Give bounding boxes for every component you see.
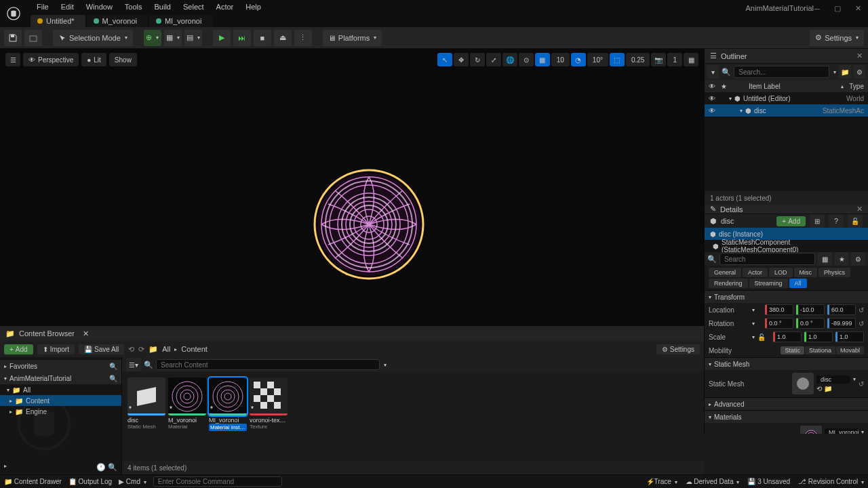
use-selected-icon[interactable]: ⟲ (816, 385, 822, 392)
rotation-x-input[interactable] (765, 318, 793, 329)
details-close[interactable]: ✕ (856, 205, 863, 214)
play-options-button[interactable]: ⋮ (294, 30, 312, 46)
scale-y-input[interactable] (804, 331, 833, 342)
scale-lock[interactable]: 🔓 (757, 333, 766, 341)
content-browser-close[interactable]: ✕ (83, 329, 89, 338)
cb-settings-button[interactable]: ⚙ Settings (656, 344, 700, 354)
item-label-column[interactable]: Item Label (749, 83, 835, 90)
details-view-options[interactable]: ▦ (818, 252, 832, 266)
stop-button[interactable]: ■ (254, 30, 271, 46)
browse-to-icon[interactable]: 📁 (824, 385, 832, 392)
transform-section[interactable]: ▾Transform (705, 291, 868, 303)
perspective-button[interactable]: 👁 Perspective (23, 53, 79, 66)
outliner-search-input[interactable] (734, 66, 829, 78)
play-button[interactable]: ▶ (213, 30, 231, 46)
outliner-filter-button[interactable]: ▾ (707, 65, 719, 79)
add-component-button[interactable]: + Add (776, 216, 806, 226)
static-mesh-thumb[interactable] (792, 373, 814, 394)
coord-space-button[interactable]: 🌐 (502, 53, 517, 66)
rotation-y-input[interactable] (796, 318, 825, 329)
mobility-movabl[interactable]: Movabl (836, 346, 864, 354)
output-log-button[interactable]: 📋 Output Log (68, 478, 112, 485)
cb-history-back[interactable]: ⟲ (128, 345, 134, 354)
material-thumb[interactable] (800, 426, 822, 434)
menu-select[interactable]: Select (177, 1, 210, 12)
derived-data-button[interactable]: ☁ Derived Data ▾ (686, 478, 740, 485)
rotation-reset[interactable]: ↺ (859, 320, 864, 327)
angle-snap-value[interactable]: 10° (587, 53, 608, 66)
collections-search[interactable]: 🔍 (108, 463, 117, 471)
breadcrumb-content[interactable]: Content (181, 345, 208, 353)
filter-streaming[interactable]: Streaming (749, 279, 788, 288)
grid-snap-value[interactable]: 10 (551, 53, 570, 66)
revision-control-button[interactable]: ⎇ Revision Control ▾ (798, 478, 864, 485)
location-y-input[interactable] (796, 304, 825, 315)
mobility-static[interactable]: Static (781, 346, 804, 354)
asset-voronoi-texture[interactable]: *voronoi-textureTexture (250, 378, 288, 430)
material-value[interactable]: MI_voronoi (825, 428, 859, 434)
tab-m_voronoi[interactable]: M_voronoi (87, 15, 148, 27)
details-favorites[interactable]: ★ (835, 252, 849, 266)
skip-button[interactable]: ⏭ (233, 30, 251, 46)
scale-x-input[interactable] (773, 331, 802, 342)
menu-actor[interactable]: Actor (210, 1, 240, 12)
menu-file[interactable]: File (31, 1, 55, 12)
cinematics-button[interactable]: ▤▾ (184, 30, 202, 46)
outliner-close[interactable]: ✕ (856, 52, 863, 60)
scale-snap-value[interactable]: 0.25 (626, 53, 650, 66)
asset-m_voronoi[interactable]: *M_voronoiMaterial (168, 378, 206, 430)
project-section[interactable]: ▾AnimMaterialTutorial🔍 (0, 372, 121, 384)
settings-button[interactable]: ⚙ Settings▾ (810, 30, 864, 46)
lit-button[interactable]: ● Lit (81, 53, 106, 66)
scale-z-input[interactable] (835, 331, 864, 342)
cb-add-button[interactable]: + Add (4, 344, 33, 354)
filter-misc[interactable]: Misc (794, 268, 818, 277)
close-button[interactable]: ✕ (848, 0, 868, 17)
static-mesh-reset[interactable]: ↺ (859, 380, 864, 388)
grid-snap-toggle[interactable]: ▦ (535, 53, 550, 66)
cb-folder-icon[interactable]: 📁 (149, 345, 158, 354)
menu-edit[interactable]: Edit (55, 1, 80, 12)
filter-actor[interactable]: Actor (743, 268, 768, 277)
component-options[interactable]: ⊞ (810, 214, 825, 228)
type-column[interactable]: Type (849, 83, 864, 90)
location-x-input[interactable] (765, 304, 793, 315)
breadcrumb-all[interactable]: All (162, 345, 170, 353)
favorites-section[interactable]: ▸Favorites🔍 (0, 360, 121, 372)
component-row[interactable]: ⬢StaticMeshComponent (StaticMeshComponen… (705, 240, 868, 252)
details-settings[interactable]: ⚙ (851, 252, 865, 266)
outliner-new-folder[interactable]: 📁 (839, 65, 850, 79)
maximize-button[interactable]: ▢ (827, 0, 848, 17)
cb-history-fwd[interactable]: ⟳ (138, 345, 144, 354)
asset-mi_voronoi[interactable]: *MI_voronoiMaterial Instance (209, 378, 247, 431)
materials-section[interactable]: ▾Materials (705, 411, 868, 423)
menu-tools[interactable]: Tools (119, 1, 149, 12)
collections-toggle[interactable]: ▸ (4, 463, 7, 472)
filter-all[interactable]: All (789, 279, 807, 288)
viewport-menu-button[interactable]: ☰ (5, 53, 20, 66)
angle-snap-toggle[interactable]: ◔ (571, 53, 586, 66)
location-z-input[interactable] (827, 304, 856, 315)
mobility-stationa[interactable]: Stationa (805, 346, 835, 354)
favorites-search[interactable]: 🔍 (109, 363, 117, 370)
cb-save-all-button[interactable]: 💾 Save All (79, 344, 124, 354)
minimize-button[interactable]: ─ (807, 0, 827, 17)
scale-snap-toggle[interactable]: ⬚ (610, 53, 625, 66)
cmd-button[interactable]: ▶ Cmd ▾ (119, 478, 146, 485)
translate-tool[interactable]: ✥ (454, 53, 469, 66)
eject-button[interactable]: ⏏ (274, 30, 292, 46)
rotation-z-input[interactable] (827, 318, 856, 329)
show-button[interactable]: Show (109, 53, 137, 66)
filter-physics[interactable]: Physics (818, 268, 850, 277)
blueprint-button[interactable]: ▦▾ (164, 30, 182, 46)
tab-mi_voronoi[interactable]: MI_voronoi (149, 15, 212, 27)
collections-clock[interactable]: 🕐 (96, 463, 106, 471)
outliner-row[interactable]: 👁▾⬢discStaticMeshAc (705, 104, 868, 117)
cb-filter-button[interactable]: ☰▾ (126, 358, 141, 371)
menu-build[interactable]: Build (149, 1, 177, 12)
filter-general[interactable]: General (709, 268, 741, 277)
static-mesh-section[interactable]: ▾Static Mesh (705, 358, 868, 370)
tab-untitled[interactable]: Untitled* (31, 15, 85, 27)
trace-button[interactable]: ⚡Trace ▾ (646, 478, 677, 485)
cb-import-button[interactable]: ⬆ Import (37, 344, 75, 354)
